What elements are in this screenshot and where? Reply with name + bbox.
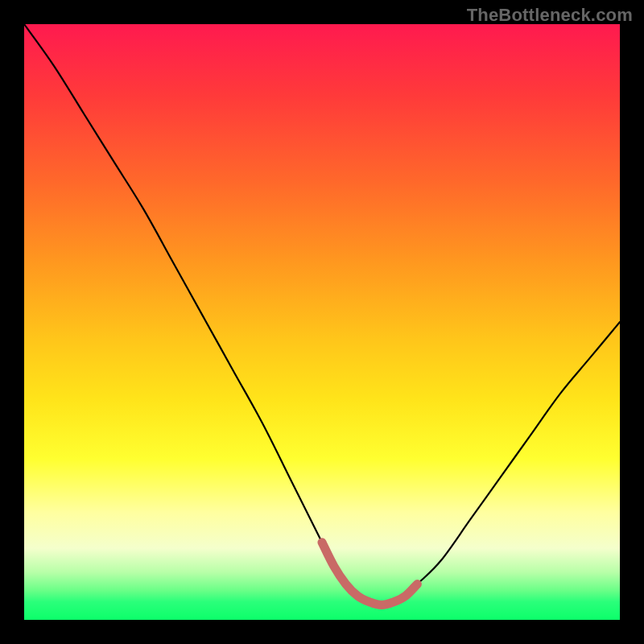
plot-area [24,24,620,620]
optimal-region-highlight [322,543,417,605]
chart-frame: TheBottleneck.com [0,0,644,644]
bottleneck-curve-svg [24,24,620,620]
watermark-text: TheBottleneck.com [467,5,633,26]
bottleneck-curve-path [24,24,620,605]
